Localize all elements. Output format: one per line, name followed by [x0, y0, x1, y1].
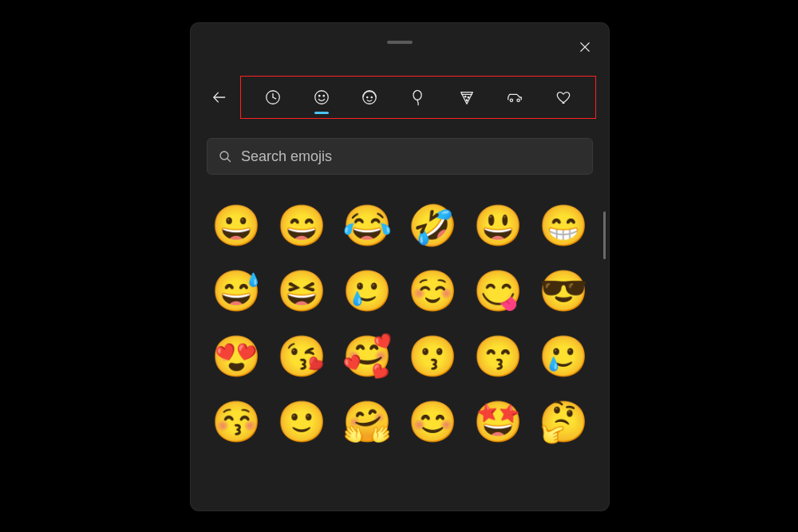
emoji-grid-wrap: 😀😄😂🤣😃😁😅😆🥲☺️😋😎😍😘🥰😗😙🥲😚🙂🤗😊🤩🤔: [207, 197, 599, 510]
emoji-grinning-big-eyes[interactable]: 😃: [468, 197, 527, 254]
svg-point-14: [468, 97, 468, 97]
emoji-grinning-sweat[interactable]: 😅: [207, 262, 266, 320]
search-input[interactable]: [241, 148, 581, 165]
recent-icon: [264, 89, 282, 106]
category-bar: [240, 76, 596, 119]
search-box[interactable]: [207, 138, 593, 175]
svg-point-8: [323, 95, 324, 96]
category-food[interactable]: [449, 79, 484, 116]
svg-point-12: [413, 90, 421, 100]
smiley-face-icon: [313, 89, 330, 106]
emoji-face-tears-of-joy[interactable]: 😂: [338, 197, 397, 254]
emoji-slightly-smiling[interactable]: 🙂: [272, 393, 331, 451]
emoji-kissing-closed-eyes[interactable]: 😚: [207, 393, 266, 451]
emoji-face-savoring-food[interactable]: 😋: [468, 262, 527, 320]
category-recent[interactable]: [255, 79, 290, 116]
close-icon: [579, 41, 591, 53]
emoji-thinking-face[interactable]: 🤔: [534, 393, 593, 451]
svg-point-18: [220, 152, 228, 160]
category-smileys[interactable]: [304, 79, 339, 116]
emoji-smiling-smiling-eyes[interactable]: 😊: [403, 393, 462, 451]
svg-point-16: [510, 99, 512, 101]
emoji-kissing-face[interactable]: 😗: [403, 328, 462, 385]
balloon-icon: [409, 89, 427, 106]
svg-point-10: [367, 97, 368, 97]
svg-point-11: [372, 97, 373, 97]
header-row: [203, 76, 596, 119]
emoji-grinning-face[interactable]: 😀: [207, 197, 266, 254]
emoji-smiling-tear-2[interactable]: 🥲: [534, 328, 593, 385]
emoji-smiling-face[interactable]: ☺️: [403, 262, 462, 320]
svg-point-6: [315, 91, 329, 104]
emoji-heart-eyes[interactable]: 😍: [207, 328, 266, 385]
heart-icon: [555, 89, 572, 106]
category-symbols[interactable]: [546, 79, 581, 116]
drag-handle[interactable]: [387, 41, 413, 44]
emoji-grid: 😀😄😂🤣😃😁😅😆🥲☺️😋😎😍😘🥰😗😙🥲😚🙂🤗😊🤩🤔: [207, 197, 599, 451]
emoji-star-struck[interactable]: 🤩: [468, 393, 527, 451]
category-events[interactable]: [401, 79, 436, 116]
emoji-grinning-squinting[interactable]: 😆: [272, 262, 331, 320]
close-button[interactable]: [572, 34, 598, 60]
emoji-rolling-on-floor-laughing[interactable]: 🤣: [403, 197, 462, 254]
emoji-picker-panel: 😀😄😂🤣😃😁😅😆🥲☺️😋😎😍😘🥰😗😙🥲😚🙂🤗😊🤩🤔: [191, 23, 609, 510]
emoji-kissing-smiling-eyes[interactable]: 😙: [468, 328, 527, 385]
emoji-smiling-sunglasses[interactable]: 😎: [534, 262, 593, 320]
pizza-icon: [458, 89, 476, 106]
svg-point-17: [517, 99, 519, 101]
back-button[interactable]: [203, 81, 235, 113]
search-icon: [219, 150, 231, 163]
emoji-smiling-tear[interactable]: 🥲: [338, 262, 397, 320]
emoji-face-blowing-kiss[interactable]: 😘: [272, 328, 331, 385]
category-people[interactable]: [352, 79, 387, 116]
svg-point-13: [464, 96, 465, 97]
emoji-grinning-smiling-eyes[interactable]: 😄: [272, 197, 331, 254]
car-icon: [506, 89, 523, 106]
svg-point-7: [318, 95, 319, 96]
people-icon: [361, 89, 378, 106]
svg-line-5: [273, 97, 276, 99]
emoji-smiling-hearts[interactable]: 🥰: [338, 328, 397, 385]
category-travel[interactable]: [497, 79, 532, 116]
svg-point-15: [466, 100, 467, 100]
scrollbar-thumb[interactable]: [603, 211, 606, 259]
back-arrow-icon: [211, 89, 227, 105]
emoji-hugging-face[interactable]: 🤗: [338, 393, 397, 451]
emoji-beaming-face[interactable]: 😁: [534, 197, 593, 254]
svg-line-19: [227, 159, 231, 162]
